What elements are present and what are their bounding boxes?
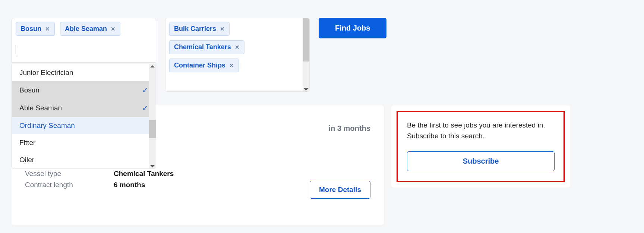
vessel-scrollbar[interactable]	[303, 18, 309, 91]
rank-option[interactable]: Ordinary Seaman	[12, 117, 156, 134]
chevron-down-icon[interactable]	[150, 165, 155, 167]
token-label: Bosun	[20, 25, 41, 33]
rank-tokens: Bosun ✕ Able Seaman ✕	[16, 22, 152, 36]
rank-dropdown[interactable]: Junior Electrician Bosun ✓ Able Seaman ✓…	[12, 64, 156, 169]
close-icon[interactable]: ✕	[229, 63, 234, 68]
close-icon[interactable]: ✕	[111, 26, 116, 32]
scrollbar-thumb[interactable]	[149, 120, 156, 138]
rank-option[interactable]: Fitter	[12, 134, 156, 151]
vessel-multiselect[interactable]: Bulk Carriers ✕ Chemical Tankers ✕ Conta…	[165, 18, 310, 92]
option-label: Junior Electrician	[19, 69, 73, 77]
token-label: Able Seaman	[65, 25, 107, 33]
close-icon[interactable]: ✕	[235, 44, 240, 50]
chevron-down-icon[interactable]	[304, 88, 308, 91]
text-caret	[16, 45, 16, 54]
close-icon[interactable]: ✕	[220, 26, 225, 32]
check-icon: ✓	[142, 104, 148, 113]
option-label: Ordinary Seaman	[19, 122, 75, 130]
vessel-token[interactable]: Chemical Tankers ✕	[169, 40, 244, 54]
token-label: Container Ships	[174, 62, 225, 69]
find-jobs-button[interactable]: Find Jobs	[319, 18, 386, 38]
rank-option[interactable]: Able Seaman ✓	[12, 99, 156, 117]
option-label: Fitter	[19, 139, 35, 147]
rank-multiselect[interactable]: Bosun ✕ Able Seaman ✕	[12, 18, 156, 63]
vessel-type-row: Vessel type Chemical Tankers	[25, 170, 174, 178]
token-label: Chemical Tankers	[174, 43, 231, 51]
more-details-button[interactable]: More Details	[310, 181, 370, 199]
vessel-token[interactable]: Bulk Carriers ✕	[169, 22, 230, 36]
option-label: Able Seaman	[19, 104, 62, 112]
token-label: Bulk Carriers	[174, 25, 216, 33]
rank-token[interactable]: Able Seaman ✕	[60, 22, 120, 36]
field-value: Chemical Tankers	[114, 170, 174, 178]
chevron-up-icon[interactable]	[150, 65, 155, 67]
rank-option[interactable]: Oiler	[12, 151, 156, 169]
close-icon[interactable]: ✕	[45, 26, 50, 32]
rank-input-line[interactable]	[16, 45, 152, 54]
vessel-tokens: Bulk Carriers ✕ Chemical Tankers ✕ Conta…	[169, 22, 302, 72]
option-label: Bosun	[19, 86, 40, 94]
contract-row: Contract length 6 months	[25, 181, 174, 189]
check-icon: ✓	[142, 86, 148, 95]
dropdown-scrollbar[interactable]	[149, 64, 156, 169]
job-timing: in 3 months	[329, 124, 370, 133]
rank-token[interactable]: Bosun ✕	[16, 22, 55, 36]
field-label: Vessel type	[25, 170, 114, 178]
rank-option[interactable]: Junior Electrician	[12, 64, 156, 81]
rank-option[interactable]: Bosun ✓	[12, 81, 156, 99]
field-label: Contract length	[25, 181, 114, 189]
subscribe-highlight-box: Be the first to see jobs you are interes…	[397, 111, 565, 182]
subscribe-button[interactable]: Subscribe	[407, 151, 555, 171]
field-value: 6 months	[114, 181, 145, 189]
scrollbar-thumb[interactable]	[303, 18, 309, 62]
option-label: Oiler	[19, 156, 34, 164]
vessel-token[interactable]: Container Ships ✕	[169, 59, 239, 72]
subscribe-panel: Be the first to see jobs you are interes…	[391, 106, 570, 188]
subscribe-text: Be the first to see jobs you are interes…	[407, 120, 555, 142]
